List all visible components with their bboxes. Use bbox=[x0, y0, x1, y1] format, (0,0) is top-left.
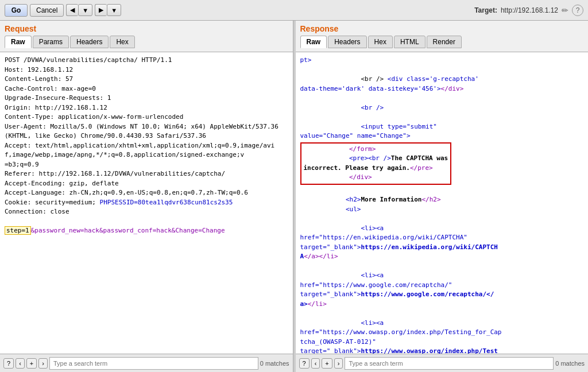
toolbar: Go Cancel ◀ ▼ ▶ ▼ Target: http://192.168… bbox=[0, 0, 588, 21]
request-search-next[interactable]: › bbox=[38, 358, 48, 369]
forward-dropdown[interactable]: ▼ bbox=[107, 4, 121, 16]
tab-html-response[interactable]: HTML bbox=[394, 36, 425, 48]
request-header: Request Raw Params Headers Hex bbox=[0, 21, 293, 52]
tab-hex-response[interactable]: Hex bbox=[368, 36, 393, 48]
response-next-button[interactable]: + bbox=[322, 358, 332, 369]
request-prev-button[interactable]: ‹ bbox=[16, 358, 25, 369]
response-tabs: Raw Headers Hex HTML Render bbox=[300, 36, 584, 48]
request-search-bar: ? ‹ + › 0 matches bbox=[0, 354, 293, 372]
target-label: Target: bbox=[474, 6, 497, 14]
response-match-count: 0 matches bbox=[555, 360, 585, 367]
help-button[interactable]: ? bbox=[572, 5, 583, 16]
response-help-button[interactable]: ? bbox=[299, 358, 310, 369]
response-search-next[interactable]: › bbox=[334, 358, 343, 369]
toolbar-left: Go Cancel ◀ ▼ ▶ ▼ bbox=[5, 4, 121, 17]
tab-raw-request[interactable]: Raw bbox=[5, 36, 32, 48]
nav-group-forward: ▶ ▼ bbox=[95, 4, 121, 16]
response-search-input[interactable] bbox=[345, 357, 554, 370]
cancel-button[interactable]: Cancel bbox=[30, 4, 64, 17]
request-next-button[interactable]: + bbox=[26, 358, 37, 369]
main-content: Request Raw Params Headers Hex POST /DVW… bbox=[0, 21, 588, 372]
response-search-bar: ? ‹ + › 0 matches bbox=[296, 354, 589, 372]
tab-hex-request[interactable]: Hex bbox=[110, 36, 134, 48]
tab-params-request[interactable]: Params bbox=[33, 36, 69, 48]
request-text[interactable]: POST /DVWA/vulnerabilities/captcha/ HTTP… bbox=[0, 52, 293, 354]
nav-group: ◀ ▼ bbox=[66, 4, 92, 16]
tab-headers-request[interactable]: Headers bbox=[70, 36, 109, 48]
tab-raw-response[interactable]: Raw bbox=[300, 36, 327, 48]
response-panel: Response Raw Headers Hex HTML Render pt>… bbox=[296, 21, 589, 372]
edit-target-button[interactable]: ✏ bbox=[562, 6, 568, 15]
go-button[interactable]: Go bbox=[5, 4, 28, 17]
request-help-button[interactable]: ? bbox=[3, 358, 14, 369]
response-header: Response Raw Headers Hex HTML Render bbox=[296, 21, 589, 52]
back-dropdown[interactable]: ▼ bbox=[78, 4, 92, 16]
response-title: Response bbox=[300, 24, 584, 33]
request-match-count: 0 matches bbox=[260, 360, 289, 367]
toolbar-right: Target: http://192.168.1.12 ✏ ? bbox=[474, 5, 583, 16]
back-button[interactable]: ◀ bbox=[66, 4, 78, 16]
tab-render-response[interactable]: Render bbox=[427, 36, 462, 48]
request-search-input[interactable] bbox=[49, 357, 258, 370]
forward-button[interactable]: ▶ bbox=[95, 4, 107, 16]
request-panel: Request Raw Params Headers Hex POST /DVW… bbox=[0, 21, 293, 372]
request-title: Request bbox=[5, 24, 288, 33]
target-url: http://192.168.1.12 bbox=[501, 6, 558, 14]
response-text[interactable]: pt> <br /> <div class='g-recaptcha' data… bbox=[296, 52, 589, 354]
request-tabs: Raw Params Headers Hex bbox=[5, 36, 288, 48]
tab-headers-response[interactable]: Headers bbox=[328, 36, 366, 48]
request-body: POST /DVWA/vulnerabilities/captcha/ HTTP… bbox=[0, 52, 293, 354]
response-body: pt> <br /> <div class='g-recaptcha' data… bbox=[296, 52, 589, 354]
response-prev-button[interactable]: ‹ bbox=[311, 358, 320, 369]
